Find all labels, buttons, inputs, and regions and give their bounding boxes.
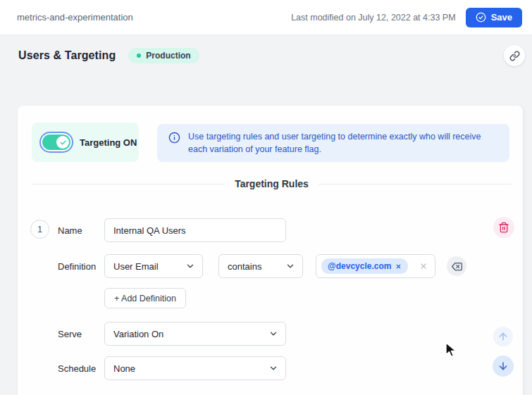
targeting-rules-title: Targeting Rules	[235, 178, 309, 189]
topbar-right: Last modified on July 12, 2022 at 4:33 P…	[291, 8, 522, 27]
environment-dot-icon	[137, 54, 141, 58]
chevron-down-icon	[268, 363, 278, 373]
toggle-check-icon	[56, 136, 69, 149]
value-tag: @devcycle.com	[321, 258, 408, 274]
targeting-info-text: Use targeting rules and user targeting t…	[188, 130, 497, 156]
trash-icon	[498, 222, 509, 233]
targeting-rules-divider: Targeting Rules	[32, 176, 512, 192]
clear-all-tags-button[interactable]	[447, 256, 466, 276]
targeting-toggle[interactable]	[42, 134, 70, 150]
comparator-select-value: contains	[228, 261, 261, 272]
rule-name-input[interactable]	[104, 218, 286, 242]
copy-link-button[interactable]	[504, 45, 525, 66]
link-icon	[509, 51, 520, 61]
arrow-down-icon	[497, 360, 509, 372]
rule-name-label: Name	[58, 219, 82, 242]
move-rule-up-button[interactable]	[493, 327, 513, 346]
targeting-toggle-box: Targeting ON	[32, 123, 139, 162]
chevron-down-icon	[268, 329, 278, 339]
serve-label: Serve	[58, 322, 82, 346]
info-icon	[168, 132, 180, 144]
schedule-select-value: None	[113, 363, 135, 374]
clear-input-icon[interactable]	[419, 262, 428, 270]
save-button-label: Save	[491, 12, 512, 23]
property-select-value: User Email	[113, 261, 159, 272]
definition-label: Definition	[58, 254, 96, 278]
save-button[interactable]: Save	[466, 8, 522, 27]
backspace-icon	[452, 261, 462, 272]
divider-line	[318, 184, 512, 184]
serve-select[interactable]: Variation On	[104, 322, 286, 346]
page-header: Users & Targeting Production	[0, 36, 532, 75]
targeting-info-box: Use targeting rules and user targeting t…	[157, 124, 509, 162]
chevron-down-icon	[285, 261, 295, 271]
breadcrumb: metrics-and-experimentation	[17, 12, 133, 23]
schedule-select[interactable]: None	[104, 356, 286, 380]
remove-tag-icon[interactable]	[395, 263, 402, 270]
divider-line	[32, 184, 225, 184]
targeting-card: Targeting ON Use targeting rules and use…	[18, 106, 523, 395]
arrow-up-icon	[497, 331, 509, 342]
delete-rule-button[interactable]	[493, 217, 514, 238]
serve-select-value: Variation On	[113, 329, 163, 339]
comparator-select[interactable]: contains	[218, 254, 303, 278]
value-tag-label: @devcycle.com	[328, 261, 391, 271]
add-definition-button[interactable]: + Add Definition	[104, 288, 186, 308]
move-rule-down-button[interactable]	[493, 356, 514, 377]
check-circle-icon	[476, 12, 486, 23]
rule-number-badge: 1	[30, 220, 49, 239]
topbar: metrics-and-experimentation Last modifie…	[0, 0, 532, 35]
environment-badge-label: Production	[146, 51, 190, 61]
last-modified-text: Last modified on July 12, 2022 at 4:33 P…	[291, 13, 455, 23]
value-tags-input[interactable]: @devcycle.com	[316, 254, 435, 278]
property-select[interactable]: User Email	[104, 254, 203, 278]
schedule-label: Schedule	[58, 356, 96, 380]
chevron-down-icon	[185, 261, 195, 271]
page-title: Users & Targeting	[18, 49, 116, 62]
environment-badge: Production	[128, 48, 199, 63]
targeting-toggle-label: Targeting ON	[80, 137, 137, 148]
